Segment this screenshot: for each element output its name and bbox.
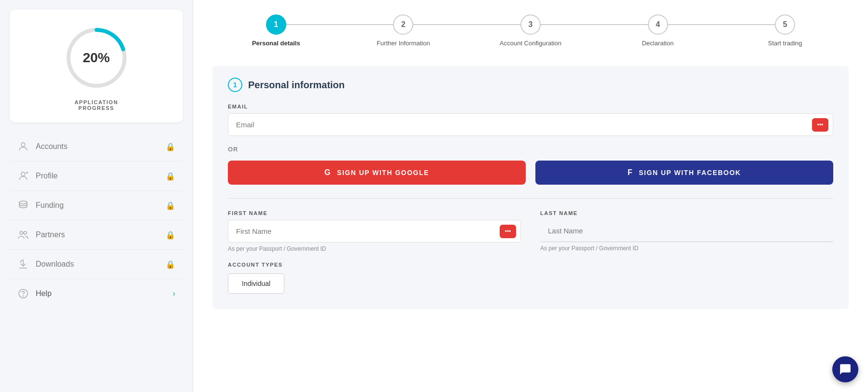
last-name-col: LAST NAME As per your Passport / Governm… bbox=[540, 210, 833, 252]
first-name-wrapper: ••• bbox=[228, 220, 521, 243]
partners-lock-icon: 🔒 bbox=[166, 230, 175, 240]
accounts-lock-icon: 🔒 bbox=[166, 142, 175, 151]
first-name-input[interactable] bbox=[228, 220, 521, 243]
step-1: 1 Personal details bbox=[212, 14, 340, 47]
nav-list: Accounts 🔒 Profile 🔒 bbox=[10, 132, 183, 308]
profile-lock-icon: 🔒 bbox=[166, 172, 175, 181]
first-name-label: FIRST NAME bbox=[228, 210, 521, 216]
section-icon: 1 bbox=[228, 78, 242, 92]
step-5-label: Start trading bbox=[768, 40, 802, 47]
main-content: 1 Personal details 2 Further Information… bbox=[193, 0, 868, 392]
downloads-icon bbox=[17, 258, 29, 270]
email-group: EMAIL ••• bbox=[228, 104, 833, 136]
step-1-circle: 1 bbox=[266, 14, 286, 35]
individual-account-btn[interactable]: Individual bbox=[228, 273, 284, 294]
chat-bubble[interactable] bbox=[832, 356, 858, 382]
progress-percent: 20% bbox=[83, 50, 110, 66]
funding-icon bbox=[17, 200, 29, 211]
sidebar-item-profile[interactable]: Profile 🔒 bbox=[10, 162, 183, 191]
progress-label: APPLICATIONPROGRESS bbox=[74, 99, 118, 111]
step-3-circle: 3 bbox=[520, 14, 541, 35]
progress-card: 20% APPLICATIONPROGRESS bbox=[10, 10, 183, 122]
svg-point-2 bbox=[21, 143, 25, 147]
facebook-icon: f bbox=[628, 168, 633, 177]
step-4: 4 Declaration bbox=[594, 14, 722, 47]
last-name-input[interactable] bbox=[540, 220, 833, 242]
svg-point-7 bbox=[20, 231, 23, 234]
facebook-signup-button[interactable]: f SIGN UP WITH FACEBOOK bbox=[535, 161, 833, 185]
google-signup-button[interactable]: G SIGN UP WITH GOOGLE bbox=[228, 161, 526, 185]
step-3-label: Account Configuration bbox=[500, 40, 561, 47]
google-icon: G bbox=[324, 168, 331, 177]
svg-point-6 bbox=[19, 201, 27, 204]
account-types-label: ACCOUNT TYPES bbox=[228, 262, 833, 268]
sidebar: 20% APPLICATIONPROGRESS Accounts 🔒 bbox=[0, 0, 193, 392]
progress-circle: 20% bbox=[63, 24, 130, 92]
sidebar-item-accounts[interactable]: Accounts 🔒 bbox=[10, 132, 183, 162]
sidebar-item-downloads[interactable]: Downloads 🔒 bbox=[10, 250, 183, 279]
help-label: Help bbox=[36, 289, 52, 298]
last-name-label: LAST NAME bbox=[540, 210, 833, 216]
profile-label: Profile bbox=[36, 172, 57, 180]
downloads-label: Downloads bbox=[36, 260, 74, 269]
name-row: FIRST NAME ••• As per your Passport / Go… bbox=[228, 210, 833, 252]
accounts-icon bbox=[17, 141, 29, 152]
step-2-label: Further Information bbox=[377, 40, 430, 47]
social-buttons: G SIGN UP WITH GOOGLE f SIGN UP WITH FAC… bbox=[228, 161, 833, 185]
form-section: 1 Personal information EMAIL ••• OR G SI… bbox=[212, 66, 849, 309]
form-divider bbox=[228, 198, 833, 199]
step-1-label: Personal details bbox=[252, 40, 300, 47]
section-title-text: Personal information bbox=[248, 80, 345, 91]
funding-lock-icon: 🔒 bbox=[166, 201, 175, 210]
stepper: 1 Personal details 2 Further Information… bbox=[212, 14, 849, 47]
email-label: EMAIL bbox=[228, 104, 833, 109]
downloads-lock-icon: 🔒 bbox=[166, 260, 175, 269]
or-divider: OR bbox=[228, 146, 833, 153]
step-5-circle: 5 bbox=[775, 14, 795, 35]
step-4-label: Declaration bbox=[642, 40, 674, 47]
profile-icon bbox=[17, 170, 29, 182]
partners-label: Partners bbox=[36, 230, 65, 239]
email-input[interactable] bbox=[228, 113, 833, 136]
step-3: 3 Account Configuration bbox=[467, 14, 594, 47]
first-name-hint: As per your Passport / Government ID bbox=[228, 245, 521, 252]
svg-point-8 bbox=[24, 231, 27, 234]
step-2-circle: 2 bbox=[393, 14, 413, 35]
first-name-col: FIRST NAME ••• As per your Passport / Go… bbox=[228, 210, 521, 252]
step-2: 2 Further Information bbox=[340, 14, 467, 47]
sidebar-item-partners[interactable]: Partners 🔒 bbox=[10, 220, 183, 250]
help-chevron-icon: › bbox=[173, 289, 175, 298]
partners-icon bbox=[17, 229, 29, 241]
account-types-group: ACCOUNT TYPES Individual bbox=[228, 262, 833, 294]
funding-label: Funding bbox=[36, 201, 64, 210]
first-name-icon: ••• bbox=[500, 225, 516, 238]
help-icon bbox=[17, 288, 29, 299]
svg-point-3 bbox=[21, 172, 25, 176]
sidebar-item-funding[interactable]: Funding 🔒 bbox=[10, 191, 183, 220]
last-name-hint: As per your Passport / Government ID bbox=[540, 245, 833, 252]
chat-icon bbox=[839, 363, 852, 376]
email-input-wrapper: ••• bbox=[228, 113, 833, 136]
accounts-label: Accounts bbox=[36, 142, 68, 151]
email-icon: ••• bbox=[812, 118, 828, 132]
step-5: 5 Start trading bbox=[721, 14, 849, 47]
sidebar-item-help[interactable]: Help › bbox=[10, 279, 183, 308]
section-title: 1 Personal information bbox=[228, 78, 833, 92]
svg-point-10 bbox=[23, 296, 24, 297]
step-4-circle: 4 bbox=[648, 14, 668, 35]
